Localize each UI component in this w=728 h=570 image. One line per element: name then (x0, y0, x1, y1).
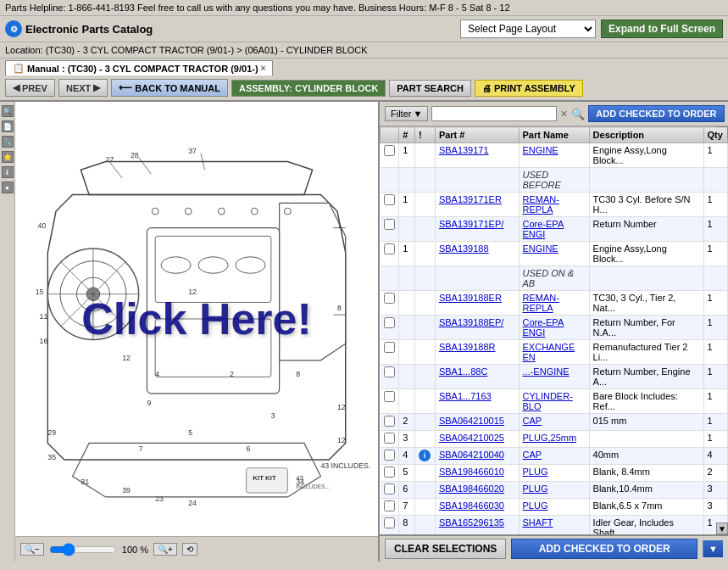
row-checkbox[interactable] (384, 467, 395, 478)
part-number-link[interactable]: SBA1...7163 (439, 391, 492, 401)
sidebar-icon-2[interactable]: 📄 (2, 120, 14, 132)
row-description: Bare Block Includes: Ref... (589, 389, 703, 414)
filter-bar: Filter ▼ ✕ 🔍 ADD CHECKED TO ORDER ▼ (380, 102, 728, 126)
row-checkbox-cell (381, 499, 399, 516)
svg-text:4: 4 (155, 370, 159, 378)
row-checkbox[interactable] (384, 391, 395, 402)
part-number-link[interactable]: SBA064210015 (439, 416, 504, 426)
row-qty: 1 (703, 217, 727, 242)
zoom-slider[interactable] (49, 543, 117, 556)
row-checkbox[interactable] (384, 366, 395, 377)
print-label: PRINT ASSEMBLY (494, 83, 575, 93)
row-part-name: CAP (519, 448, 589, 465)
part-name-link[interactable]: EXCHANGE EN (523, 342, 575, 362)
part-name-link[interactable]: CAP (523, 416, 542, 426)
row-checkbox[interactable] (384, 450, 395, 461)
next-button[interactable]: NEXT ▶ (58, 79, 108, 97)
row-part-number: SBA165296135 (435, 516, 519, 535)
part-name-link[interactable]: ...-ENGINE (523, 366, 570, 377)
part-search-button[interactable]: PART SEARCH (389, 80, 471, 97)
part-name-link[interactable]: PLUG,25mm (523, 433, 577, 443)
sidebar-icon-1[interactable]: 🔍 (2, 105, 14, 117)
row-info-cell (415, 291, 436, 316)
col-info: ! (415, 127, 436, 143)
part-name-link[interactable]: Core-EPA ENGI (523, 219, 564, 239)
part-number-link[interactable]: SBA1...88C (439, 366, 487, 377)
part-name-link[interactable]: PLUG (523, 483, 548, 494)
diagram-canvas[interactable]: 27 28 37 40 15 11 16 1 8 12 12 29 35 31 … (15, 102, 378, 536)
svg-text:43 INCLUDES...: 43 INCLUDES... (320, 461, 370, 470)
row-checkbox[interactable] (384, 194, 395, 205)
back-to-manual-button[interactable]: ⟵ BACK TO MANUAL (111, 79, 228, 97)
add-checked-to-order-button-top[interactable]: ADD CHECKED TO ORDER (588, 105, 724, 122)
expand-button[interactable]: Expand to Full Screen (601, 20, 723, 38)
row-checkbox-cell (381, 266, 399, 291)
zoom-in-button[interactable]: 🔍+ (153, 543, 177, 556)
row-num (399, 291, 415, 316)
part-number-link[interactable]: SBA139171EP/ (439, 219, 503, 229)
prev-button[interactable]: ◀ PREV (5, 79, 55, 97)
part-number-link[interactable]: SBA064210025 (439, 433, 504, 443)
svg-text:12: 12 (122, 354, 131, 362)
part-name-link[interactable]: CAP (523, 450, 542, 460)
part-name-link[interactable]: PLUG (523, 467, 548, 477)
assembly-button[interactable]: ASSEMBLY: CYLINDER BLOCK (231, 80, 386, 97)
row-qty: 3 (703, 482, 727, 499)
sidebar-icon-4[interactable]: ⭐ (2, 151, 14, 163)
row-checkbox[interactable] (384, 500, 395, 511)
row-checkbox[interactable] (384, 342, 395, 353)
row-checkbox[interactable] (384, 416, 395, 427)
row-checkbox[interactable] (384, 145, 395, 156)
part-number-link[interactable]: SBA139171 (439, 145, 489, 155)
part-number-link[interactable]: SBA198466010 (439, 467, 504, 477)
clear-selections-button[interactable]: CLEAR SELECTIONS (385, 539, 506, 559)
row-checkbox[interactable] (384, 483, 395, 495)
part-number-link[interactable]: SBA139188ER (439, 293, 502, 303)
zoom-reset-icon: ⟲ (186, 545, 193, 554)
part-name-link[interactable]: ENGINE (523, 145, 559, 155)
part-number-link[interactable]: SBA064210040 (439, 450, 504, 460)
part-number-link[interactable]: SBA198466020 (439, 483, 504, 494)
part-number-link[interactable]: SBA165296135 (439, 517, 504, 528)
tab-close-button[interactable]: × (261, 64, 266, 73)
row-checkbox[interactable] (384, 317, 395, 328)
part-number-link[interactable]: SBA139188EP/ (439, 317, 503, 327)
sidebar-icon-5[interactable]: ℹ (2, 166, 14, 178)
sidebar-icon-6[interactable]: ● (2, 182, 14, 193)
info-icon[interactable]: i (419, 450, 431, 461)
filter-input[interactable] (431, 106, 557, 121)
part-name-link[interactable]: PLUG (523, 500, 548, 511)
row-part-name: PLUG (519, 499, 589, 516)
row-checkbox[interactable] (384, 293, 395, 304)
zoom-reset-button[interactable]: ⟲ (182, 543, 197, 556)
scroll-down-button[interactable]: ▼ (716, 522, 728, 534)
svg-text:8: 8 (296, 370, 300, 378)
add-checked-dropdown-button-bottom[interactable]: ▼ (703, 540, 723, 557)
sidebar-icon-3[interactable]: 🔧 (2, 136, 14, 148)
part-name-link[interactable]: SHAFT (523, 517, 553, 528)
part-number-link[interactable]: SBA198466030 (439, 500, 504, 511)
row-checkbox[interactable] (384, 517, 395, 528)
row-checkbox[interactable] (384, 219, 395, 230)
filter-clear-button[interactable]: ✕ (560, 109, 568, 120)
row-checkbox[interactable] (384, 243, 395, 254)
filter-button[interactable]: Filter ▼ (385, 106, 428, 121)
row-checkbox[interactable] (384, 433, 395, 444)
parts-table-container[interactable]: ▲ # ! Part # Part Name Description Qty 1… (380, 126, 728, 534)
col-name: Part Name (519, 127, 589, 143)
part-name-link[interactable]: Core-EPA ENGI (523, 317, 564, 338)
part-name-link[interactable]: REMAN-REPLA (523, 293, 559, 313)
part-number-link[interactable]: SBA139171ER (439, 194, 502, 204)
part-name-link[interactable]: ENGINE (523, 243, 559, 254)
part-name-link[interactable]: CYLINDER-BLO (523, 391, 573, 411)
main-tab[interactable]: 📋 Manual : (TC30) - 3 CYL COMPACT TRACTO… (5, 60, 273, 75)
print-assembly-button[interactable]: 🖨 PRINT ASSEMBLY (475, 80, 583, 97)
page-layout-select[interactable]: Select Page Layout (460, 20, 596, 38)
zoom-out-button[interactable]: 🔍− (20, 543, 44, 556)
add-checked-to-order-button-bottom[interactable]: ADD CHECKED TO ORDER (511, 539, 697, 559)
part-name-link[interactable]: REMAN-REPLA (523, 194, 559, 215)
part-number-link[interactable]: SBA139188 (439, 243, 489, 254)
part-number-link[interactable]: SBA139188R (439, 342, 496, 352)
filter-search-icon[interactable]: 🔍 (571, 108, 585, 120)
row-description: 015 mm (589, 414, 703, 431)
